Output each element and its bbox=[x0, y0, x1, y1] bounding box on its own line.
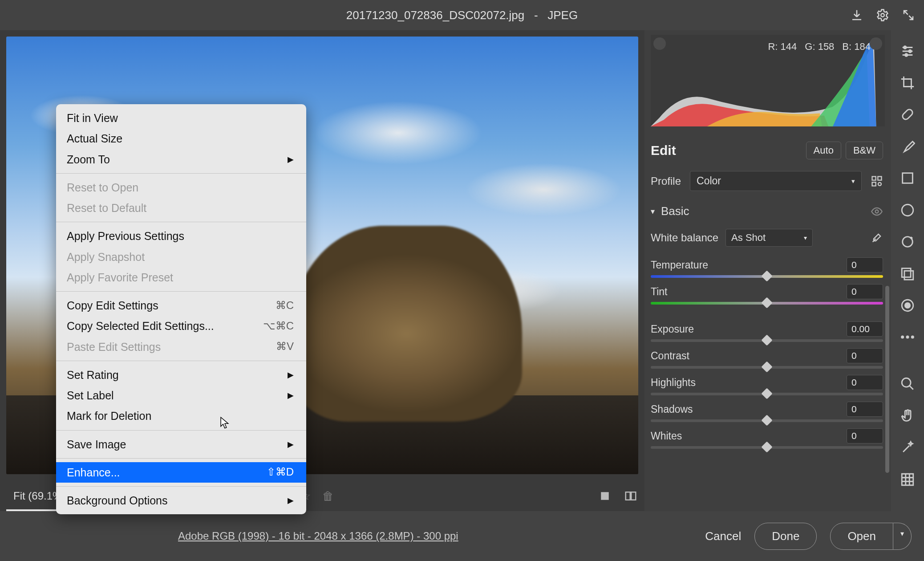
svg-rect-5 bbox=[878, 176, 881, 180]
more-icon[interactable] bbox=[899, 329, 916, 345]
svg-rect-4 bbox=[872, 176, 876, 180]
menu-zoom-to[interactable]: Zoom To▶ bbox=[56, 149, 306, 170]
chevron-right-icon: ▶ bbox=[288, 154, 294, 165]
image-preview-area[interactable]: Fit in View Actual Size Zoom To▶ Reset t… bbox=[0, 30, 644, 561]
svg-point-11 bbox=[905, 53, 908, 56]
profile-label: Profile bbox=[651, 175, 681, 187]
menu-enhance[interactable]: Enhance...⇧⌘D bbox=[56, 462, 306, 483]
menu-reset-to-open: Reset to Open bbox=[56, 177, 306, 198]
magic-wand-icon[interactable] bbox=[899, 439, 916, 456]
svg-rect-12 bbox=[901, 108, 914, 121]
menu-fit-in-view[interactable]: Fit in View bbox=[56, 108, 306, 128]
radial-plus-icon[interactable] bbox=[899, 233, 916, 250]
svg-point-7 bbox=[878, 182, 881, 185]
svg-rect-13 bbox=[903, 173, 913, 183]
context-menu: Fit in View Actual Size Zoom To▶ Reset t… bbox=[56, 104, 306, 514]
temperature-value[interactable]: 0 bbox=[847, 257, 883, 272]
filename: 20171230_072836_DSC02072.jpg bbox=[346, 8, 524, 22]
healing-icon[interactable] bbox=[899, 106, 916, 123]
blacks-clip-icon[interactable] bbox=[653, 37, 666, 50]
single-view-icon[interactable] bbox=[598, 489, 612, 503]
whites-value[interactable]: 0 bbox=[847, 428, 883, 443]
svg-point-10 bbox=[909, 50, 912, 53]
chevron-right-icon: ▶ bbox=[288, 495, 294, 506]
panel-scrollbar[interactable] bbox=[885, 286, 889, 473]
svg-point-22 bbox=[911, 336, 914, 339]
hand-icon[interactable] bbox=[899, 407, 916, 424]
file-format: JPEG bbox=[547, 8, 578, 22]
menu-copy-selected-edit[interactable]: Copy Selected Edit Settings...⌥⌘C bbox=[56, 316, 306, 336]
svg-point-21 bbox=[906, 336, 909, 339]
radial-filter-icon[interactable] bbox=[899, 202, 916, 218]
download-icon[interactable] bbox=[850, 8, 863, 22]
filter-stack-icon[interactable] bbox=[899, 170, 916, 187]
presets-icon[interactable] bbox=[899, 265, 916, 282]
menu-background-options[interactable]: Background Options▶ bbox=[56, 490, 306, 511]
menu-mark-for-deletion[interactable]: Mark for Deletion bbox=[56, 406, 306, 426]
image-metadata[interactable]: Adobe RGB (1998) - 16 bit - 2048 x 1366 … bbox=[178, 530, 458, 542]
chevron-down-icon: ▾ bbox=[804, 234, 807, 241]
menu-separator bbox=[56, 291, 306, 292]
tool-strip bbox=[891, 30, 924, 561]
menu-apply-previous[interactable]: Apply Previous Settings bbox=[56, 226, 306, 246]
menu-copy-edit[interactable]: Copy Edit Settings⌘C bbox=[56, 295, 306, 316]
menu-set-rating[interactable]: Set Rating▶ bbox=[56, 365, 306, 385]
white-balance-select[interactable]: As Shot ▾ bbox=[725, 229, 813, 247]
footer: Adobe RGB (1998) - 16 bit - 2048 x 1366 … bbox=[0, 511, 924, 561]
gear-icon[interactable] bbox=[876, 8, 889, 22]
shadows-slider[interactable]: Shadows0 bbox=[651, 402, 883, 422]
exposure-value[interactable]: 0.00 bbox=[847, 321, 883, 337]
menu-reset-to-default: Reset to Default bbox=[56, 198, 306, 218]
svg-point-19 bbox=[905, 303, 910, 308]
profile-browser-icon[interactable] bbox=[871, 175, 883, 187]
highlights-value[interactable]: 0 bbox=[847, 375, 883, 390]
contrast-slider[interactable]: Contrast0 bbox=[651, 348, 883, 369]
open-dropdown[interactable]: ▾ bbox=[893, 523, 912, 550]
basic-section-toggle[interactable]: ▾ Basic bbox=[651, 204, 689, 218]
histogram[interactable]: R: 144 G: 158 B: 184 bbox=[644, 30, 891, 129]
profile-select[interactable]: Color ▾ bbox=[690, 171, 862, 191]
menu-apply-snapshot: Apply Snapshot bbox=[56, 247, 306, 267]
open-button[interactable]: Open bbox=[830, 523, 893, 550]
compare-view-icon[interactable] bbox=[624, 489, 637, 503]
auto-button[interactable]: Auto bbox=[806, 142, 841, 159]
menu-separator bbox=[56, 173, 306, 174]
edit-title: Edit bbox=[651, 143, 676, 158]
bw-button[interactable]: B&W bbox=[846, 142, 883, 159]
red-eye-icon[interactable] bbox=[899, 297, 916, 313]
rgb-readout: R: 144 G: 158 B: 184 bbox=[768, 41, 871, 53]
menu-separator bbox=[56, 430, 306, 431]
menu-set-label[interactable]: Set Label▶ bbox=[56, 385, 306, 406]
done-button[interactable]: Done bbox=[754, 523, 817, 550]
chevron-down-icon: ▾ bbox=[651, 207, 655, 216]
cancel-button[interactable]: Cancel bbox=[705, 529, 741, 543]
chevron-down-icon: ▾ bbox=[851, 177, 855, 185]
chevron-right-icon: ▶ bbox=[288, 369, 294, 381]
whites-slider[interactable]: Whites0 bbox=[651, 428, 883, 449]
grid-icon[interactable] bbox=[899, 471, 916, 488]
eyedropper-icon[interactable] bbox=[871, 232, 883, 244]
menu-separator bbox=[56, 486, 306, 487]
menu-save-image[interactable]: Save Image▶ bbox=[56, 434, 306, 455]
trash-icon[interactable]: 🗑 bbox=[322, 489, 334, 503]
temperature-slider[interactable]: Temperature0 bbox=[651, 257, 883, 278]
white-balance-label: White balance bbox=[651, 232, 718, 244]
chevron-right-icon: ▶ bbox=[288, 439, 294, 450]
fullscreen-icon[interactable] bbox=[902, 8, 915, 22]
menu-actual-size[interactable]: Actual Size bbox=[56, 128, 306, 149]
title-text: 20171230_072836_DSC02072.jpg - JPEG bbox=[346, 8, 578, 22]
zoom-icon[interactable] bbox=[899, 376, 916, 392]
exposure-slider[interactable]: Exposure0.00 bbox=[651, 321, 883, 342]
edit-controls: Edit Auto B&W Profile Color ▾ ▾ Basic bbox=[644, 129, 891, 561]
shadows-value[interactable]: 0 bbox=[847, 402, 883, 417]
highlights-slider[interactable]: Highlights0 bbox=[651, 375, 883, 395]
crop-icon[interactable] bbox=[899, 74, 916, 91]
whites-clip-icon[interactable] bbox=[870, 37, 882, 50]
contrast-value[interactable]: 0 bbox=[847, 348, 883, 363]
eye-icon[interactable] bbox=[871, 205, 883, 218]
edit-sliders-icon[interactable] bbox=[899, 43, 916, 59]
brush-icon[interactable] bbox=[899, 138, 916, 154]
tint-value[interactable]: 0 bbox=[847, 284, 883, 299]
menu-separator bbox=[56, 222, 306, 222]
tint-slider[interactable]: Tint0 bbox=[651, 284, 883, 305]
